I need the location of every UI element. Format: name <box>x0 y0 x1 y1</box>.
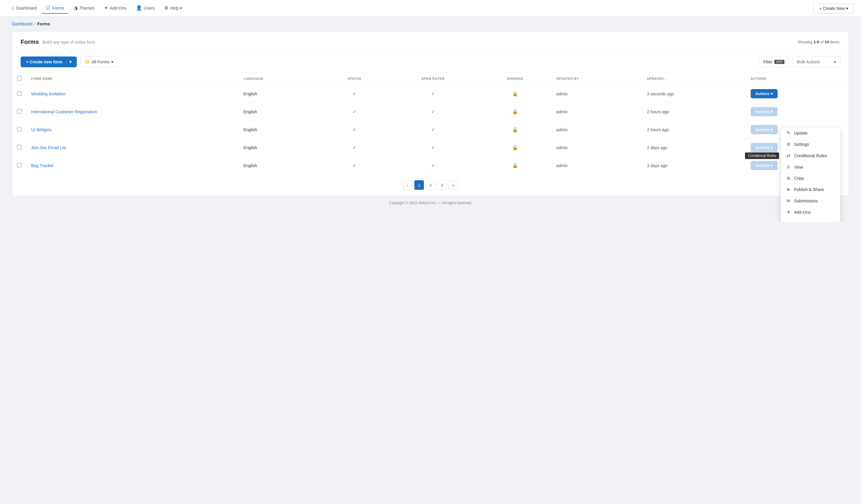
row-checkbox-cell <box>12 121 26 139</box>
showing-info: Showing 1-5 of 14 items. <box>797 40 840 44</box>
nav-item-forms[interactable]: ☑ Forms <box>42 3 68 14</box>
dropdown-item-copy[interactable]: ⧉ Copy <box>781 173 840 184</box>
spam-check-icon-5: ✓ <box>392 163 474 168</box>
nav-label-themes: Themes <box>80 6 95 11</box>
form-name-link-2[interactable]: International Customer Registration <box>31 109 97 114</box>
all-forms-button[interactable]: 📁 All Forms ▾ <box>80 56 118 67</box>
row-sharing-5: 🔒 <box>479 156 551 175</box>
row-sharing-2: 🔒 <box>479 103 551 121</box>
help-icon: ⚙ <box>164 5 168 11</box>
row-checkbox-1[interactable] <box>17 91 22 96</box>
dropdown-item-conditional-rules[interactable]: ⇄ Conditional Rules Conditional Rules <box>781 150 840 161</box>
nav-label-dashboard: Dashboard <box>16 6 37 11</box>
addons-icon: ✦ <box>786 209 791 215</box>
header-sharing: SHARING <box>479 72 551 85</box>
row-updated-5: 3 days ago <box>642 156 746 175</box>
pagination-next[interactable]: » <box>448 180 458 190</box>
row-actions-1: Actions ▾ <box>746 85 849 103</box>
table-row: Join Our Email List English ✓ ✓ 🔒 admin … <box>12 139 849 156</box>
form-name-link-4[interactable]: Join Our Email List <box>31 145 66 150</box>
dropdown-item-settings[interactable]: ⚙ Settings <box>781 139 840 150</box>
showing-suffix: items. <box>829 40 840 44</box>
row-checkbox-5[interactable] <box>17 163 22 167</box>
row-checkbox-3[interactable] <box>17 127 22 132</box>
themes-icon: ◑ <box>73 5 78 11</box>
table-row: Wedding Invitation English ✓ ✓ 🔒 admin 3… <box>12 85 849 103</box>
forms-header: Forms Build any type of online form Show… <box>12 31 849 52</box>
create-new-label: + Create New ▾ <box>819 6 848 11</box>
row-spam-4: ✓ <box>387 139 479 156</box>
row-form-name-3: UI Widgets <box>26 121 238 139</box>
spam-check-icon-3: ✓ <box>392 127 474 133</box>
dropdown-item-publish-share[interactable]: ➤ Publish & Share <box>781 184 840 195</box>
bulk-actions-dropdown[interactable]: Bulk Actions ▾ <box>793 56 840 67</box>
dropdown-item-update[interactable]: ✎ Update <box>781 127 840 139</box>
actions-button-5[interactable]: Actions ▾ <box>751 161 778 170</box>
actions-dropdown-menu: ✎ Update ⚙ Settings ⇄ Conditional Rules … <box>781 127 840 222</box>
top-navigation: ⌂ Dashboard ☑ Forms ◑ Themes ✦ Add-Ons 👤… <box>0 0 861 17</box>
row-language-5: English <box>238 156 322 175</box>
header-updated: UPDATED ↕ <box>642 72 746 85</box>
pagination-page-1[interactable]: 1 <box>414 180 424 190</box>
home-icon: ⌂ <box>11 5 14 11</box>
nav-item-help[interactable]: ⚙ Help ▾ <box>160 3 186 14</box>
breadcrumb-parent[interactable]: Dashboard <box>12 22 32 26</box>
dropdown-item-submissions-report[interactable]: ◑ Submissions Report <box>781 218 840 222</box>
sharing-lock-icon-1: 🔒 <box>484 91 547 97</box>
breadcrumb-separator: / <box>35 22 36 26</box>
table-row: Bug Tracker English ✓ ✓ 🔒 admin 3 days a… <box>12 156 849 175</box>
nav-item-themes[interactable]: ◑ Themes <box>69 3 99 14</box>
pagination-prev[interactable]: ‹ <box>403 180 413 190</box>
row-form-name-2: International Customer Registration <box>26 103 238 121</box>
form-name-link-1[interactable]: Wedding Invitation <box>31 92 66 96</box>
form-name-link-3[interactable]: UI Widgets <box>31 127 51 132</box>
spam-check-icon-2: ✓ <box>392 109 474 114</box>
nav-item-dashboard[interactable]: ⌂ Dashboard <box>7 3 41 14</box>
row-language-2: English <box>238 103 322 121</box>
dropdown-label-settings: Settings <box>794 142 809 147</box>
form-name-link-5[interactable]: Bug Tracker <box>31 163 54 168</box>
all-forms-arrow: ▾ <box>111 59 113 64</box>
update-icon: ✎ <box>786 130 791 136</box>
row-spam-5: ✓ <box>387 156 479 175</box>
create-form-button[interactable]: + Create new form ▾ <box>20 56 77 67</box>
header-language: LANGUAGE <box>238 72 322 85</box>
row-status-3: ✓ <box>322 121 387 139</box>
nav-label-forms: Forms <box>52 6 64 11</box>
nav-item-addons[interactable]: ✦ Add-Ons <box>100 3 131 14</box>
row-form-name-5: Bug Tracker <box>26 156 238 175</box>
dropdown-item-view[interactable]: ⎘ View <box>781 161 840 173</box>
dropdown-item-addons[interactable]: ✦ Add-Ons <box>781 207 840 218</box>
row-sharing-1: 🔒 <box>479 85 551 103</box>
dropdown-label-update: Update <box>794 131 807 135</box>
actions-button-3[interactable]: Actions ▾ <box>751 125 778 134</box>
dropdown-item-submissions[interactable]: ✉ Submissions <box>781 195 840 207</box>
row-checkbox-cell <box>12 103 26 121</box>
actions-button-4[interactable]: Actions ▾ <box>751 143 778 152</box>
pagination: ‹ 1 2 3 » <box>12 174 849 196</box>
filter-label: Filter <box>763 59 773 64</box>
row-checkbox-2[interactable] <box>17 109 22 113</box>
nav-items: ⌂ Dashboard ☑ Forms ◑ Themes ✦ Add-Ons 👤… <box>7 3 814 14</box>
actions-button-1[interactable]: Actions ▾ <box>751 89 778 98</box>
row-status-2: ✓ <box>322 103 387 121</box>
row-checkbox-cell <box>12 85 26 103</box>
select-all-checkbox[interactable] <box>17 76 22 80</box>
status-check-icon-5: ✓ <box>327 163 382 168</box>
row-language-4: English <box>238 139 322 156</box>
sharing-lock-icon-2: 🔒 <box>484 109 547 114</box>
footer: Copyright © 2023 Jotform Inc. — All righ… <box>12 196 849 210</box>
header-checkbox-cell <box>12 72 26 85</box>
nav-item-users[interactable]: 👤 Users <box>132 3 159 14</box>
status-check-icon-1: ✓ <box>327 91 382 97</box>
submissions-report-icon: ◑ <box>786 221 791 222</box>
filter-toggle[interactable]: Filter OFF <box>759 56 789 67</box>
pagination-page-2[interactable]: 2 <box>426 180 435 190</box>
table-row: International Customer Registration Engl… <box>12 103 849 121</box>
pagination-page-3[interactable]: 3 <box>437 180 447 190</box>
table-header-row: FORM NAME LANGUAGE STATUS SPAM FILTER SH… <box>12 72 849 85</box>
create-new-button[interactable]: + Create New ▾ <box>814 3 854 13</box>
status-check-icon-4: ✓ <box>327 145 382 150</box>
row-checkbox-4[interactable] <box>17 145 22 149</box>
actions-button-2[interactable]: Actions ▾ <box>751 107 778 116</box>
